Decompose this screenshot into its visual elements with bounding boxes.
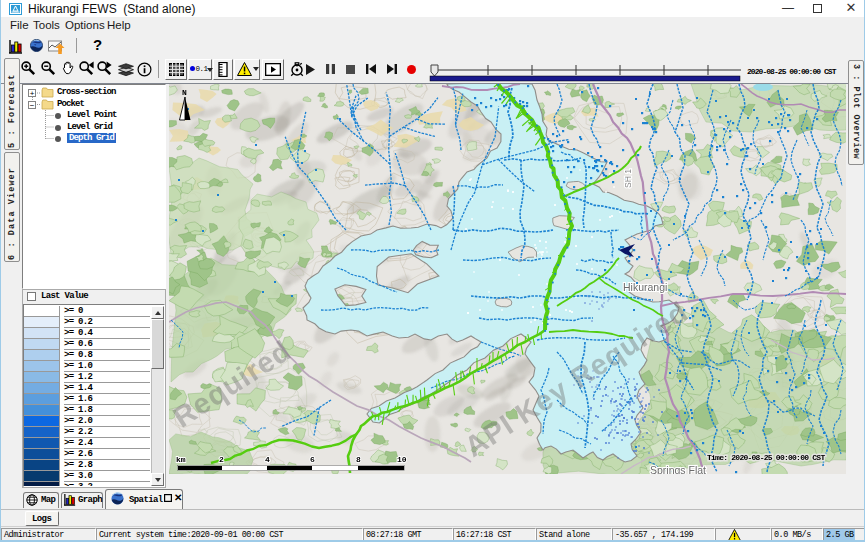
svg-text:Hikurangi: Hikurangi [623, 281, 667, 293]
svg-text:8: 8 [356, 455, 361, 464]
svg-text:2: 2 [219, 455, 224, 464]
svg-text:Time: 2020-08-25 00:00:00 CST: Time: 2020-08-25 00:00:00 CST [707, 453, 825, 462]
svg-text:N: N [182, 88, 187, 97]
svg-text:6: 6 [310, 455, 315, 464]
svg-text:SH 1: SH 1 [623, 169, 633, 188]
svg-text:4: 4 [265, 455, 270, 464]
svg-text:10: 10 [397, 455, 407, 464]
svg-text:Springs Flat: Springs Flat [650, 464, 706, 474]
svg-text:km: km [176, 455, 186, 464]
